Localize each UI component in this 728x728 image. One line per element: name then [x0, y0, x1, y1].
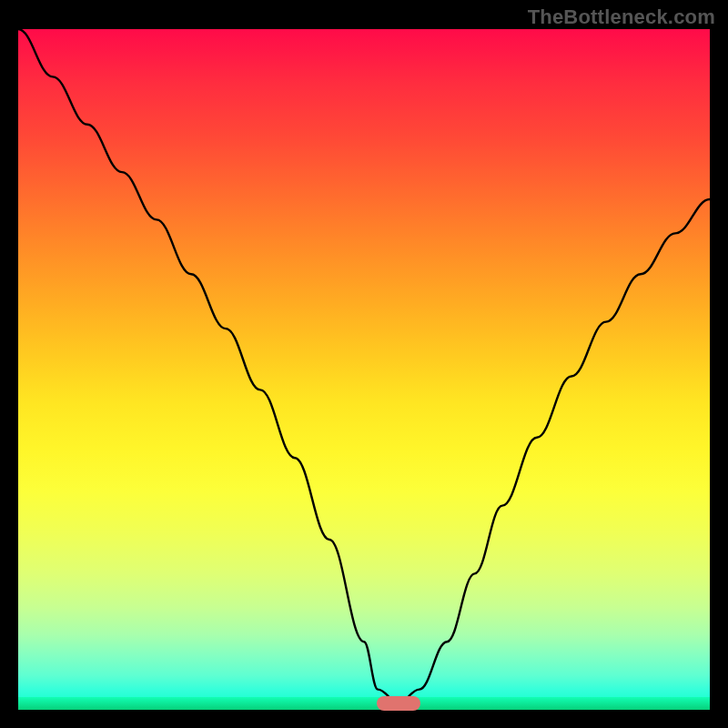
- bottleneck-curve: [18, 29, 710, 710]
- plot-area: [18, 29, 710, 710]
- minimum-marker: [377, 696, 420, 711]
- chart-frame: TheBottleneck.com: [0, 0, 728, 728]
- curve-path: [18, 29, 710, 703]
- watermark-text: TheBottleneck.com: [528, 5, 715, 29]
